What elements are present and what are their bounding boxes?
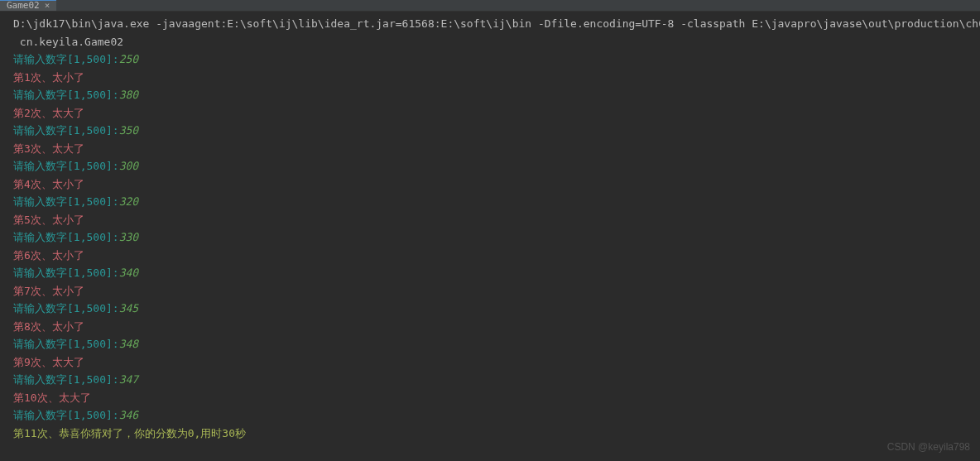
user-input: 330 [119, 231, 138, 243]
prompt-line: 请输入数字[1,500]:380 [13, 86, 973, 104]
user-input: 350 [119, 124, 138, 137]
prompt-line: 请输入数字[1,500]:340 [13, 264, 973, 282]
result-line: 第1次、太小了 [13, 69, 973, 87]
prompt-label: 请输入数字[1,500]: [13, 267, 119, 279]
tab-game02[interactable]: Game02 × [0, 0, 56, 11]
prompt-line: 请输入数字[1,500]:347 [13, 371, 973, 389]
prompt-line: 请输入数字[1,500]:250 [13, 50, 973, 69]
result-line: 第10次、太大了 [13, 389, 973, 407]
prompt-line: 请输入数字[1,500]:350 [13, 122, 973, 140]
user-input: 348 [119, 338, 138, 350]
user-input: 380 [119, 89, 138, 101]
prompt-label: 请输入数字[1,500]: [13, 195, 119, 208]
final-result-line: 第11次、恭喜你猜对了，你的分数为0,用时30秒 [13, 425, 973, 443]
result-line: 第5次、太小了 [13, 211, 973, 229]
prompt-line: 请输入数字[1,500]:320 [13, 193, 973, 211]
prompt-label: 请输入数字[1,500]: [13, 89, 119, 101]
user-input: 300 [119, 160, 138, 172]
user-input: 250 [119, 53, 138, 65]
prompt-label: 请输入数字[1,500]: [13, 53, 119, 65]
prompt-line: 请输入数字[1,500]:300 [13, 157, 973, 175]
prompt-label: 请输入数字[1,500]: [13, 409, 119, 421]
result-line: 第7次、太小了 [13, 282, 973, 300]
user-input: 320 [119, 195, 138, 208]
console-output[interactable]: D:\jdk17\bin\java.exe -javaagent:E:\soft… [0, 12, 980, 445]
final-prompt-line: 请输入数字[1,500]:346 [13, 406, 973, 425]
user-input: 347 [119, 373, 138, 386]
prompt-label: 请输入数字[1,500]: [13, 124, 119, 137]
result-line: 第3次、太大了 [13, 140, 973, 158]
prompt-label: 请输入数字[1,500]: [13, 231, 119, 243]
command-line-1: D:\jdk17\bin\java.exe -javaagent:E:\soft… [13, 15, 973, 33]
prompt-line: 请输入数字[1,500]:348 [13, 335, 973, 353]
prompt-line: 请输入数字[1,500]:345 [13, 300, 973, 318]
result-line: 第6次、太小了 [13, 247, 973, 265]
close-icon[interactable]: × [45, 0, 50, 14]
tab-label: Game02 [7, 0, 40, 14]
prompt-label: 请输入数字[1,500]: [13, 160, 119, 172]
command-line-2: cn.keyila.Game02 [13, 33, 973, 51]
prompt-label: 请输入数字[1,500]: [13, 302, 119, 315]
prompt-line: 请输入数字[1,500]:330 [13, 228, 973, 247]
prompt-label: 请输入数字[1,500]: [13, 373, 119, 386]
user-input: 345 [119, 302, 138, 315]
user-input: 346 [119, 409, 138, 421]
user-input: 340 [119, 267, 138, 279]
result-line: 第2次、太大了 [13, 104, 973, 122]
result-line: 第9次、太大了 [13, 353, 973, 372]
watermark: CSDN @keyila798 [887, 439, 970, 457]
result-line: 第4次、太小了 [13, 175, 973, 194]
prompt-label: 请输入数字[1,500]: [13, 338, 119, 350]
result-line: 第8次、太小了 [13, 318, 973, 336]
tab-bar: Game02 × [0, 0, 980, 12]
